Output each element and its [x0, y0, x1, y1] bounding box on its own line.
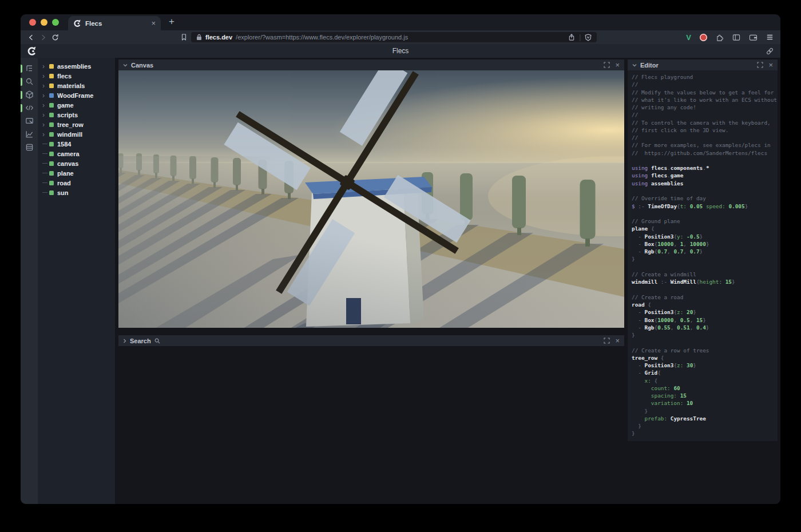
tree-item-tree_row[interactable]: ›tree_row: [38, 120, 115, 129]
expand-chevron-icon[interactable]: ›: [42, 73, 49, 79]
back-button[interactable]: [25, 34, 37, 41]
new-tab-button[interactable]: +: [169, 16, 175, 30]
script-editor-icon[interactable]: [21, 101, 38, 114]
entity-color-square: [49, 122, 54, 127]
editor-panel: Editor × // Flecs playground//// Modify …: [628, 59, 778, 441]
chrome-icon-cluster: V: [684, 33, 774, 42]
canvas-3d-icon[interactable]: [21, 88, 38, 101]
code-line: - Box{10000, 1, 10000}: [632, 240, 778, 248]
tree-item-1584[interactable]: 1584: [38, 139, 115, 149]
url-domain: flecs.dev: [205, 34, 232, 41]
code-line: [632, 263, 778, 271]
code-line: [632, 210, 778, 217]
tree-item-camera[interactable]: camera: [38, 149, 115, 158]
adblock-icon[interactable]: [700, 34, 707, 41]
extensions-puzzle-icon[interactable]: [716, 33, 724, 41]
icon-strip: [21, 58, 38, 504]
chevron-down-icon[interactable]: [632, 63, 637, 67]
tree-connector: [42, 192, 47, 193]
code-line: variation: 10: [632, 399, 778, 407]
sidebar-toggle-icon[interactable]: [732, 34, 740, 41]
query-search-icon[interactable]: [21, 75, 38, 88]
share-icon[interactable]: [568, 33, 575, 41]
tree-item-flecs[interactable]: ›flecs: [38, 71, 115, 81]
code-line: }: [632, 331, 778, 339]
statistics-icon[interactable]: [21, 128, 38, 141]
code-line: $ :- TimeOfDay{t: 0.05 speed: 0.005}: [632, 203, 778, 210]
tree-item-label: assemblies: [57, 63, 91, 70]
tree-item-road[interactable]: road: [38, 178, 115, 188]
entity-color-square: [49, 152, 54, 156]
forward-button[interactable]: [37, 34, 49, 41]
code-line: - Position3{z: 20}: [632, 308, 778, 316]
tree-connector-slot: [42, 144, 49, 144]
close-icon[interactable]: ×: [768, 61, 773, 69]
tree-item-WoodFrame[interactable]: ›WoodFrame: [38, 90, 115, 100]
expand-chevron-icon[interactable]: ›: [42, 132, 49, 137]
tree-item-label: WoodFrame: [57, 92, 93, 99]
entity-color-square: [49, 171, 54, 176]
code-line: x: {: [632, 377, 778, 384]
close-window-button[interactable]: [29, 19, 36, 26]
tree-item-canvas[interactable]: canvas: [38, 158, 115, 168]
fullscreen-icon[interactable]: [757, 62, 763, 68]
tree-item-scripts[interactable]: ›scripts: [38, 110, 115, 120]
tree-item-game[interactable]: ›game: [38, 100, 115, 110]
zoom-window-button[interactable]: [52, 19, 59, 26]
browser-window: Flecs × + flecs.dev/explorer/?wasm=https…: [21, 14, 780, 504]
search-icon: [154, 338, 160, 344]
entity-tree-icon[interactable]: [21, 62, 38, 75]
bookmark-icon[interactable]: [180, 33, 188, 41]
close-icon[interactable]: ×: [615, 337, 620, 344]
expand-chevron-icon[interactable]: ›: [42, 83, 49, 89]
brave-shield-icon[interactable]: [585, 34, 592, 41]
tab-close-icon[interactable]: ×: [151, 19, 156, 27]
tree-item-label: tree_row: [57, 121, 84, 128]
tree-item-label: scripts: [57, 112, 78, 118]
expand-chevron-icon[interactable]: ›: [42, 63, 49, 69]
editor-code[interactable]: // Flecs playground//// Modify the value…: [628, 70, 778, 441]
code-line: using assemblies: [632, 180, 778, 187]
close-icon[interactable]: ×: [615, 61, 620, 69]
tree-item-materials[interactable]: ›materials: [38, 81, 115, 90]
tree-item-label: canvas: [57, 160, 78, 167]
minimize-window-button[interactable]: [41, 19, 47, 26]
tree-item-assemblies[interactable]: ›assemblies: [38, 61, 115, 71]
code-line: //: [632, 81, 778, 88]
archetypes-icon[interactable]: [21, 141, 38, 154]
wallet-icon[interactable]: [749, 34, 758, 41]
expand-chevron-icon[interactable]: ›: [42, 122, 49, 128]
tree-item-plane[interactable]: plane: [38, 168, 115, 178]
url-bar[interactable]: flecs.dev/explorer/?wasm=https://www.fle…: [191, 32, 597, 42]
expand-chevron-icon[interactable]: ›: [42, 112, 49, 118]
code-line: [632, 157, 778, 164]
entity-color-square: [49, 132, 54, 137]
entity-color-square: [49, 64, 54, 69]
tree-item-label: windmill: [57, 131, 82, 138]
inspector-icon[interactable]: [21, 114, 38, 128]
browser-toolbar: flecs.dev/explorer/?wasm=https://www.fle…: [21, 30, 780, 44]
menu-icon[interactable]: [766, 34, 774, 41]
fullscreen-icon[interactable]: [604, 62, 610, 68]
browser-tab[interactable]: Flecs ×: [68, 16, 161, 30]
page-title: Flecs: [21, 47, 780, 55]
tree-connector-slot: [42, 192, 49, 193]
canvas-panel: Canvas ×: [118, 59, 624, 328]
expand-chevron-icon[interactable]: ›: [42, 102, 49, 108]
reload-button[interactable]: [49, 34, 61, 41]
chevron-down-icon[interactable]: [123, 63, 128, 67]
tree-item-label: flecs: [57, 73, 72, 80]
search-panel-header: Search ×: [118, 335, 624, 346]
share-link-icon[interactable]: [766, 47, 774, 55]
code-line: // Create a windmill: [632, 271, 778, 278]
tree-item-sun[interactable]: sun: [38, 188, 115, 197]
fullscreen-icon[interactable]: [604, 338, 610, 344]
chevron-right-icon[interactable]: [123, 339, 126, 343]
canvas-3d-scene[interactable]: [118, 70, 624, 328]
tree-item-windmill[interactable]: ›windmill: [38, 129, 115, 139]
code-line: count: 60: [632, 384, 778, 392]
vue-devtools-icon[interactable]: V: [686, 33, 691, 42]
search-panel: Search ×: [118, 335, 624, 346]
code-line: [632, 285, 778, 293]
expand-chevron-icon[interactable]: ›: [42, 93, 49, 98]
